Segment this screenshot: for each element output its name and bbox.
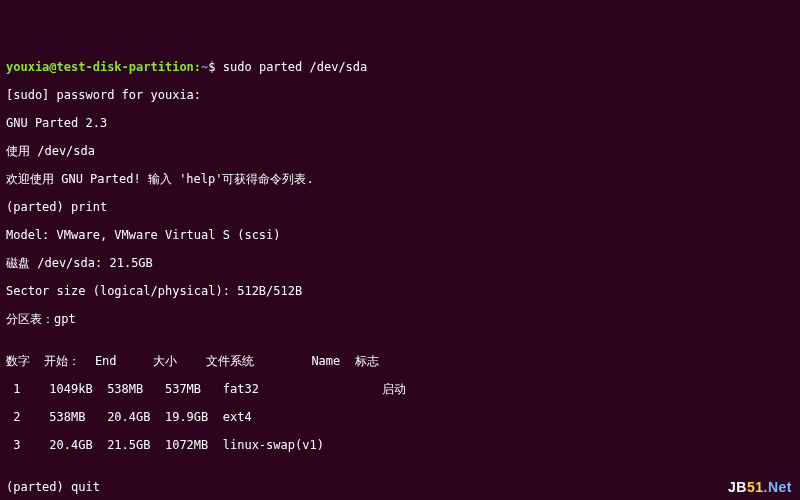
watermark: JB51.Net: [728, 480, 792, 494]
model-line: Model: VMware, VMware Virtual S (scsi): [6, 228, 794, 242]
partition-row: 1 1049kB 538MB 537MB fat32 启动: [6, 382, 794, 396]
partition-row: 2 538MB 20.4GB 19.9GB ext4: [6, 410, 794, 424]
parted-welcome: 欢迎使用 GNU Parted! 输入 'help'可获得命令列表.: [6, 172, 794, 186]
parted-using: 使用 /dev/sda: [6, 144, 794, 158]
prompt-line-1: youxia@test-disk-partition:~$ sudo parte…: [6, 60, 794, 74]
prompt-userhost: youxia@test-disk-partition: [6, 60, 194, 74]
command-parted: sudo parted /dev/sda: [223, 60, 368, 74]
sector-line: Sector size (logical/physical): 512B/512…: [6, 284, 794, 298]
sudo-password-line: [sudo] password for youxia:: [6, 88, 794, 102]
parted-banner: GNU Parted 2.3: [6, 116, 794, 130]
disk-line: 磁盘 /dev/sda: 21.5GB: [6, 256, 794, 270]
partition-row: 3 20.4GB 21.5GB 1072MB linux-swap(v1): [6, 438, 794, 452]
part-table-type: 分区表：gpt: [6, 312, 794, 326]
parted-print: (parted) print: [6, 200, 794, 214]
partition-header: 数字 开始： End 大小 文件系统 Name 标志: [6, 354, 794, 368]
parted-quit: (parted) quit: [6, 480, 794, 494]
